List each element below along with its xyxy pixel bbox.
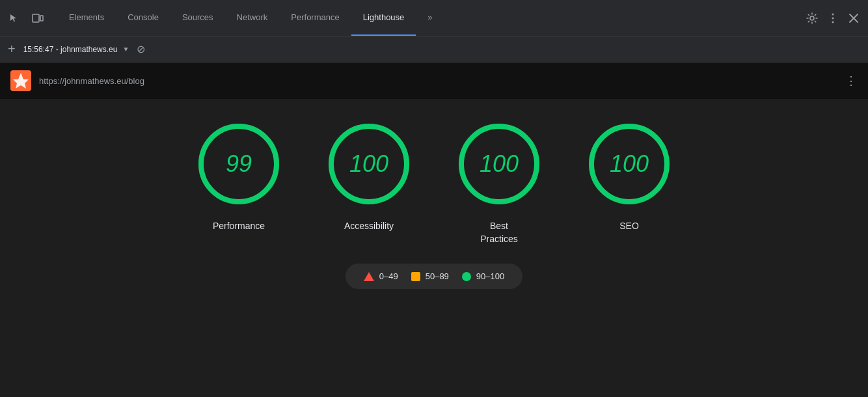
svg-rect-0 <box>33 14 39 22</box>
score-item-1[interactable]: 100 Accessibility <box>323 118 414 233</box>
score-legend: 0–49 50–89 90–100 <box>346 264 522 289</box>
tab-console[interactable]: Console <box>116 0 170 36</box>
scores-container: 99 Performance 100 Accessibility 100 Bes… <box>193 118 675 245</box>
score-circle-0: 99 <box>193 118 284 210</box>
score-item-3[interactable]: 100 SEO <box>584 118 675 233</box>
legend-average: 50–89 <box>411 271 449 281</box>
score-value-0: 99 <box>226 150 252 178</box>
device-toggle-icon[interactable] <box>29 9 47 27</box>
svg-rect-1 <box>40 16 43 21</box>
fail-range-label: 0–49 <box>379 271 398 281</box>
tab-network[interactable]: Network <box>225 0 280 36</box>
score-circle-1: 100 <box>323 118 414 210</box>
add-session-button[interactable]: + <box>8 42 16 57</box>
fail-icon <box>364 272 374 281</box>
settings-icon[interactable] <box>803 9 821 27</box>
tab-performance[interactable]: Performance <box>279 0 351 36</box>
svg-point-3 <box>832 13 834 15</box>
score-label-1: Accessibility <box>344 220 394 233</box>
session-timestamp: 15:56:47 - johnmathews.eu <box>23 45 118 54</box>
score-label-3: SEO <box>619 220 639 233</box>
good-range-label: 90–100 <box>476 271 504 281</box>
tab-bar: Elements Console Sources Network Perform… <box>0 0 868 36</box>
score-label-0: Performance <box>213 220 265 233</box>
legend-good: 90–100 <box>462 271 504 281</box>
score-item-0[interactable]: 99 Performance <box>193 118 284 233</box>
score-value-1: 100 <box>349 150 388 178</box>
secondary-bar: + 15:56:47 - johnmathews.eu ▼ ⊘ <box>0 36 868 62</box>
block-icon[interactable]: ⊘ <box>137 43 145 55</box>
more-options-icon[interactable] <box>824 9 842 27</box>
score-value-3: 100 <box>610 150 649 178</box>
score-circle-2: 100 <box>454 118 545 210</box>
score-value-2: 100 <box>480 150 519 178</box>
svg-point-4 <box>832 17 834 19</box>
url-bar: https://johnmathews.eu/blog ⋮ <box>0 62 868 99</box>
score-item-2[interactable]: 100 BestPractices <box>454 118 545 245</box>
devtools-left-icons <box>5 9 47 27</box>
legend-fail: 0–49 <box>364 271 398 281</box>
average-icon <box>411 272 420 281</box>
good-icon <box>462 272 471 281</box>
tab-elements[interactable]: Elements <box>57 0 116 36</box>
tab-overflow[interactable]: » <box>416 0 444 36</box>
audit-url: https://johnmathews.eu/blog <box>39 76 837 86</box>
tabs-container: Elements Console Sources Network Perform… <box>57 0 798 36</box>
tab-sources[interactable]: Sources <box>170 0 225 36</box>
score-label-2: BestPractices <box>480 220 518 245</box>
cursor-icon[interactable] <box>5 9 23 27</box>
close-icon[interactable] <box>845 9 863 27</box>
devtools-right-icons <box>803 9 863 27</box>
average-range-label: 50–89 <box>426 271 449 281</box>
lighthouse-results: 99 Performance 100 Accessibility 100 Bes… <box>0 99 868 397</box>
svg-point-5 <box>832 21 834 23</box>
tab-lighthouse[interactable]: Lighthouse <box>351 0 416 36</box>
session-dropdown-icon[interactable]: ▼ <box>122 46 129 53</box>
svg-point-2 <box>810 16 814 20</box>
lighthouse-logo-icon <box>10 70 31 91</box>
score-circle-3: 100 <box>584 118 675 210</box>
url-more-options-icon[interactable]: ⋮ <box>845 74 858 88</box>
